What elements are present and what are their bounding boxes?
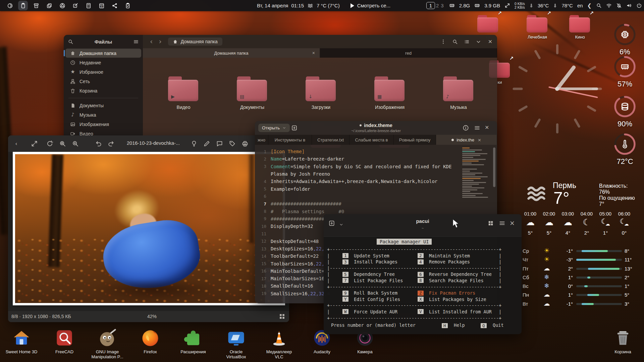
folder-item[interactable]: ▦Изображения (360, 76, 420, 110)
undo-icon[interactable] (95, 140, 102, 147)
hamburger-icon[interactable] (133, 39, 139, 45)
lamp-icon[interactable] (191, 140, 198, 147)
launcher-icon[interactable] (5, 1, 14, 10)
panel-weather[interactable]: 7 °C (7°C) (317, 3, 340, 8)
sidebar-item-trash[interactable]: Корзина (65, 86, 141, 95)
sidebar-item-network[interactable]: Сеть (65, 77, 141, 86)
scrollbar[interactable] (493, 147, 495, 187)
thumbnails-grid-icon[interactable] (278, 313, 286, 320)
extensions-icon (183, 328, 203, 348)
files-tab[interactable]: red (320, 48, 497, 58)
hamburger-icon[interactable] (499, 220, 505, 227)
close-tab-icon[interactable]: × (312, 50, 315, 56)
notifications-muted-icon[interactable] (616, 3, 622, 8)
share-icon[interactable] (110, 1, 119, 10)
workspace-1[interactable]: 1 (426, 2, 435, 9)
folder-item[interactable]: ▤Документы (222, 76, 282, 110)
redo-icon[interactable] (107, 140, 114, 147)
dock-item-gimp[interactable]: GNU Image Manipulation P... (87, 328, 127, 360)
sidebar-item-image[interactable]: Изображения (65, 120, 141, 129)
search-icon[interactable] (596, 3, 602, 8)
corner-arrows-icon[interactable] (504, 3, 510, 8)
comment-icon[interactable] (216, 140, 223, 147)
open-button[interactable]: Открыть (258, 124, 290, 132)
chevron-down-icon[interactable] (476, 39, 481, 45)
dock-item-vlc[interactable]: Медиаплеер VLC (259, 328, 299, 360)
dock-item-sweethome[interactable]: Sweet Home 3D (1, 328, 42, 360)
temp-bar-fill (576, 259, 616, 261)
dock-item-virtualbox[interactable]: Oracle VirtualBox (216, 328, 256, 360)
folder-item[interactable]: ▶Видео (154, 76, 213, 110)
wifi-icon[interactable] (606, 3, 612, 8)
dock-item-firefox[interactable]: Firefox (130, 328, 170, 360)
folder-emblem: ▦ (377, 94, 382, 99)
search-folder-icon[interactable] (452, 39, 458, 45)
zoom-glass-icon[interactable] (59, 140, 66, 147)
tag-icon[interactable] (229, 140, 236, 147)
windows-icon[interactable] (45, 1, 54, 10)
close-icon[interactable]: × (485, 125, 491, 131)
power-icon[interactable] (636, 3, 642, 8)
forward-icon[interactable]: › (159, 38, 161, 46)
back-icon[interactable]: ‹ (150, 38, 153, 46)
editor-tab[interactable]: Инструменты в (268, 135, 312, 145)
panel-media-title[interactable]: Смотреть се... (357, 3, 390, 8)
ram-usage[interactable]: 2.8G (459, 3, 470, 8)
rotate-icon[interactable] (46, 140, 53, 147)
tiles-icon[interactable] (487, 220, 494, 227)
folder-item[interactable]: ↓Загрузки (291, 76, 351, 110)
editor-tab[interactable]: Стратегии.txt (312, 135, 350, 145)
dock-item-extensions[interactable]: Расширения (173, 328, 213, 360)
editor-tab[interactable]: index.the× (436, 135, 497, 145)
info-icon[interactable] (463, 125, 469, 131)
edit-icon[interactable] (71, 1, 80, 10)
editor-tab[interactable]: Ровный прямоу (394, 135, 436, 145)
print-icon[interactable] (241, 140, 249, 147)
collapse-tray-icon[interactable]: ❮ (587, 3, 592, 8)
pencil-icon[interactable] (203, 140, 210, 147)
back-icon[interactable]: ‹ (13, 140, 20, 147)
browser-icon[interactable] (58, 1, 67, 10)
clipboard-icon[interactable] (18, 1, 28, 10)
calculator-icon[interactable] (84, 1, 93, 10)
sidebar-item-doc[interactable]: Документы (65, 101, 141, 110)
kebab-icon[interactable] (440, 39, 446, 45)
folder-item[interactable]: ♪Музыка (429, 76, 488, 110)
editor-tab[interactable]: Слабые места в (350, 135, 394, 145)
play-icon[interactable] (351, 3, 354, 8)
close-icon[interactable]: × (487, 39, 493, 45)
dock-item-trash-full[interactable]: Корзина (603, 328, 643, 360)
workspace-2[interactable]: 2 (435, 3, 440, 8)
sidebar-item-music[interactable]: ♪Музыка (65, 110, 141, 119)
new-tab-button[interactable] (291, 125, 298, 131)
close-icon[interactable]: × (509, 220, 516, 227)
search-icon[interactable] (68, 39, 73, 45)
zoom-in-icon[interactable] (72, 140, 79, 147)
network-speed[interactable]: 0 KB/s 2 KB/s (515, 2, 525, 9)
dock-item-freecad[interactable]: FreeCAD (44, 328, 85, 360)
memory-total[interactable]: 3.9 GB (484, 3, 500, 8)
workspace-3[interactable]: 3 (440, 3, 444, 8)
close-tab-icon[interactable]: × (478, 138, 481, 142)
sidebar-item-star[interactable]: ★Избранное (65, 67, 141, 76)
tasks-icon[interactable] (123, 1, 132, 10)
files-tab[interactable]: Домашняя папка× (143, 48, 320, 58)
list-view-icon[interactable] (464, 39, 470, 45)
desktop-icon[interactable]: ↗Лечебная (519, 15, 556, 40)
desktop-icon[interactable]: ↗Кино (561, 15, 598, 40)
editor-tab[interactable]: жно (255, 135, 268, 145)
sidebar-item-clock[interactable]: Недавние (65, 58, 141, 67)
panel-time[interactable]: 01:15 (291, 3, 304, 8)
gpu-temp[interactable]: 78°C (561, 3, 573, 8)
panel-date[interactable]: Вт, 14 апреля (257, 3, 288, 8)
breadcrumb[interactable]: Домашняя папка (168, 38, 222, 46)
calendar-icon[interactable]: 31 (97, 1, 106, 10)
sidebar-item-home[interactable]: Домашняя папка (65, 49, 141, 58)
open-button-label: Открыть (262, 125, 280, 130)
expand-icon[interactable] (31, 140, 38, 147)
archive-icon[interactable] (32, 1, 41, 10)
keyboard-layout[interactable]: en (577, 3, 583, 8)
hamburger-icon[interactable] (474, 125, 480, 131)
volume-icon[interactable] (626, 3, 632, 8)
cpu-temp[interactable]: 36°C (538, 3, 549, 8)
